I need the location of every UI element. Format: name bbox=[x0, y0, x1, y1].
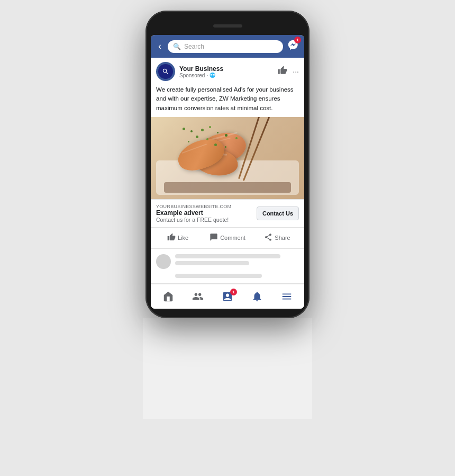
nav-friends[interactable] bbox=[183, 289, 213, 304]
website-url: YOURBUSINESSWEBSITE.COM bbox=[156, 204, 252, 209]
post-body-text: We create fully personalised Ad's for yo… bbox=[151, 85, 304, 117]
friends-nav-icon bbox=[192, 291, 204, 302]
pages-badge: 1 bbox=[230, 289, 237, 295]
comment-line-1 bbox=[175, 254, 280, 258]
facebook-post: Your Business Sponsored · 🌐 bbox=[151, 58, 304, 284]
food-image bbox=[151, 117, 304, 199]
phone-notch bbox=[151, 20, 304, 32]
ad-description: Contact us for a FREE quote! bbox=[156, 217, 252, 223]
menu-nav-icon bbox=[281, 291, 293, 302]
post-image bbox=[151, 117, 304, 199]
avatar-icon bbox=[158, 64, 173, 79]
comment-label: Comment bbox=[220, 235, 245, 241]
nav-pages[interactable]: 1 bbox=[213, 289, 242, 304]
below-phone-area bbox=[143, 318, 312, 419]
ad-footer: YOURBUSINESSWEBSITE.COM Example advert C… bbox=[151, 199, 304, 227]
comments-section bbox=[151, 249, 304, 283]
post-header: Your Business Sponsored · 🌐 bbox=[151, 58, 304, 85]
comment-button[interactable]: Comment bbox=[203, 231, 252, 245]
bell-nav-icon bbox=[251, 291, 263, 302]
post-meta: Your Business Sponsored · 🌐 bbox=[179, 65, 274, 78]
ad-info: YOURBUSINESSWEBSITE.COM Example advert C… bbox=[156, 204, 252, 223]
globe-icon: 🌐 bbox=[210, 73, 215, 78]
post-actions: ··· bbox=[278, 66, 299, 77]
bottom-navigation: 1 bbox=[151, 284, 304, 309]
messenger-badge: 1 bbox=[294, 37, 301, 43]
nav-notifications[interactable] bbox=[242, 289, 272, 304]
sponsored-label: Sponsored · 🌐 bbox=[179, 73, 274, 78]
search-placeholder-text: Search bbox=[184, 43, 204, 50]
thumb-icon bbox=[167, 233, 176, 241]
business-name: Your Business bbox=[179, 65, 274, 73]
comment-eng-icon bbox=[210, 233, 218, 243]
business-avatar bbox=[156, 62, 175, 81]
phone-device: ‹ 🔍 Search 1 bbox=[145, 11, 310, 318]
back-button[interactable]: ‹ bbox=[156, 41, 163, 52]
share-button[interactable]: Share bbox=[252, 231, 302, 245]
comment-content bbox=[175, 254, 299, 278]
commenter-avatar bbox=[156, 254, 171, 269]
contact-us-button[interactable]: Contact Us bbox=[257, 206, 299, 220]
thumbs-up-icon bbox=[278, 66, 287, 75]
page-wrapper: ‹ 🔍 Search 1 bbox=[0, 0, 455, 476]
engagement-bar: Like Comment bbox=[151, 227, 304, 249]
facebook-header: ‹ 🔍 Search 1 bbox=[151, 35, 304, 58]
like-icon[interactable] bbox=[278, 66, 287, 77]
like-label: Like bbox=[178, 235, 188, 241]
nav-menu[interactable] bbox=[272, 289, 302, 304]
sauce bbox=[164, 182, 291, 193]
ad-title: Example advert bbox=[156, 209, 252, 217]
search-icon: 🔍 bbox=[173, 43, 181, 50]
search-bar[interactable]: 🔍 Search bbox=[168, 40, 283, 53]
comment-line-2 bbox=[175, 261, 249, 265]
more-options-icon[interactable]: ··· bbox=[293, 67, 299, 76]
share-arrow-icon bbox=[264, 233, 272, 241]
share-eng-icon bbox=[264, 233, 272, 243]
nav-home[interactable] bbox=[153, 289, 183, 304]
phone-screen: ‹ 🔍 Search 1 bbox=[151, 35, 304, 309]
sponsored-text: Sponsored bbox=[179, 73, 205, 78]
messenger-button[interactable]: 1 bbox=[287, 39, 299, 53]
like-eng-icon bbox=[167, 233, 176, 243]
share-label: Share bbox=[275, 235, 290, 241]
chat-icon bbox=[210, 233, 218, 241]
comment-line-3 bbox=[175, 274, 262, 278]
magnifier-icon bbox=[162, 68, 169, 75]
phone-speaker bbox=[213, 24, 242, 28]
like-button[interactable]: Like bbox=[153, 231, 203, 245]
home-nav-icon bbox=[162, 291, 174, 302]
